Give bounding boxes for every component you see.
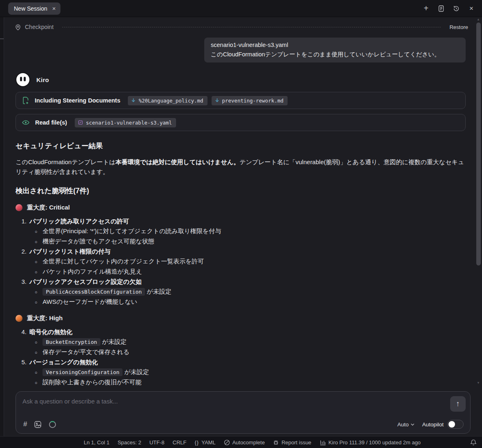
composer[interactable]: Ask a question or describe a task... ↑ # <box>16 391 471 434</box>
list-subitem: ○ BucketEncryption が未設定 <box>16 337 466 347</box>
tool-label: Read file(s) <box>35 119 67 126</box>
checkpoint-divider <box>62 27 441 27</box>
slash-circle-icon <box>224 439 230 446</box>
list-subitem: ○ AWSのセーフガードが機能しない <box>16 297 466 307</box>
status-bar: Ln 1, Col 1 Spaces: 2 UTF-8 CRLF {} YAML… <box>0 436 482 448</box>
task-list-icon[interactable] <box>437 4 445 13</box>
tool-label: Including Steering Documents <box>35 97 120 104</box>
arrow-up-icon: ↑ <box>456 399 460 408</box>
usage-ring-icon[interactable] <box>49 421 56 428</box>
adjacent-panel-edge <box>0 17 4 436</box>
file-chips: %20Language_policy.md preventing-rework.… <box>128 96 288 105</box>
list-subitem: ○ 全世界(Principal: '*')に対してオブジェクトの読み取り権限を付… <box>16 226 466 236</box>
list-subitem: ○ VersioningConfiguration が未設定 <box>16 367 466 377</box>
severity-high: 重大度: High <box>16 314 466 322</box>
bell-icon <box>470 439 477 446</box>
assistant-name: Kiro <box>36 76 49 83</box>
red-circle-icon <box>16 204 22 211</box>
autocomplete-status[interactable]: Autocomplete <box>224 439 265 446</box>
session-tab-bar: New Session × + × <box>0 0 482 17</box>
circle-bullet-icon: ○ <box>35 297 37 307</box>
tool-card-read-files: Read file(s) scenario1-vulnerable-s3.yam… <box>16 114 466 131</box>
markdown-file-icon <box>215 98 219 103</box>
eol-sequence[interactable]: CRLF <box>173 439 187 446</box>
vulnerability-list-critical: 1. パブリック読み取りアクセスの許可 ○ 全世界(Principal: '*'… <box>16 216 466 307</box>
list-subitem: ○ 誤削除や上書きからの復旧が不可能 <box>16 377 466 386</box>
chevron-down-icon <box>411 423 415 426</box>
restore-button[interactable]: Restore <box>449 24 468 30</box>
bug-icon <box>273 439 279 446</box>
file-chip-md[interactable]: preventing-rework.md <box>212 96 288 105</box>
tab-close-icon[interactable]: × <box>52 5 56 11</box>
list-item: 2. パブリックリスト権限の付与 <box>16 247 466 256</box>
encoding[interactable]: UTF-8 <box>150 439 165 446</box>
inline-code: PublicAccessBlockConfiguration <box>42 288 145 296</box>
answer-title: セキュリティレビュー結果 <box>16 141 466 151</box>
mode-selector[interactable]: Auto <box>397 421 415 428</box>
answer-subtitle: 検出された脆弱性(7件) <box>16 186 466 196</box>
list-subitem: ○ 全世界に対してバケット内のオブジェクト一覧表示を許可 <box>16 256 466 267</box>
user-message-filename: scenario1-vulnerable-s3.yaml <box>211 40 459 50</box>
scrollbar-thumb[interactable] <box>476 22 481 265</box>
notifications[interactable] <box>470 439 477 446</box>
eye-icon <box>22 119 30 126</box>
language-mode[interactable]: {} YAML <box>195 439 216 446</box>
checkpoint-label: Checkpoint <box>25 24 54 30</box>
chat-column: Checkpoint Restore scenario1-vulnerable-… <box>4 17 482 436</box>
kiro-chat-panel: New Session × + × <box>0 0 482 448</box>
autopilot-label: Autopilot <box>422 421 444 428</box>
circle-bullet-icon: ○ <box>35 337 37 347</box>
tab-bar-actions: + × <box>422 4 475 13</box>
close-panel-icon[interactable]: × <box>467 4 475 13</box>
circle-bullet-icon: ○ <box>35 368 37 377</box>
autopilot-control: Autopilot <box>422 420 464 429</box>
severity-label: 重大度: Critical <box>27 204 70 212</box>
list-subitem: ○ 機密データが誰でもアクセス可能な状態 <box>16 236 466 247</box>
kiro-usage[interactable]: Kiro Pro 111.39 / 1000 updated 2m ago <box>319 439 421 446</box>
tool-card-steering: Including Steering Documents %20Language… <box>16 92 466 109</box>
yaml-file-icon <box>78 120 83 125</box>
tab-new-session[interactable]: New Session × <box>8 2 60 15</box>
tab-label: New Session <box>14 5 47 12</box>
user-message-text: このCloudFormationテンプレートをこのまま使用していいかレビューして… <box>211 50 459 59</box>
avatar-eye <box>24 77 26 81</box>
attach-image-icon[interactable] <box>34 421 42 428</box>
pin-icon <box>15 24 21 31</box>
indentation[interactable]: Spaces: 2 <box>118 439 141 446</box>
file-chip-md[interactable]: %20Language_policy.md <box>128 96 207 105</box>
checkpoint-row: Checkpoint Restore <box>4 17 482 33</box>
scroll-down-icon[interactable]: ▼ <box>477 381 480 385</box>
braces-icon: {} <box>195 439 199 446</box>
user-message: scenario1-vulnerable-s3.yaml このCloudForm… <box>204 38 466 62</box>
composer-input[interactable]: Ask a question or describe a task... <box>22 398 464 405</box>
context-hash-icon[interactable]: # <box>23 420 27 428</box>
file-chips: scenario1-vulnerable-s3.yaml <box>75 118 176 127</box>
list-subitem: ○ バケット内のファイル構造が丸見え <box>16 267 466 277</box>
new-session-icon[interactable]: + <box>422 4 430 13</box>
scroll-up-icon[interactable]: ▲ <box>477 18 480 21</box>
send-button[interactable]: ↑ <box>450 396 466 412</box>
inline-code: VersioningConfiguration <box>42 368 123 376</box>
autopilot-toggle[interactable] <box>447 420 464 429</box>
composer-footer: # <box>23 420 464 429</box>
severity-label: 重大度: High <box>27 314 63 322</box>
cursor-position[interactable]: Ln 1, Col 1 <box>84 439 109 446</box>
list-item: 1. パブリック読み取りアクセスの許可 <box>16 216 466 226</box>
history-icon[interactable] <box>452 4 460 13</box>
assistant-header: Kiro <box>16 72 466 87</box>
markdown-file-icon <box>131 98 136 103</box>
list-item: 5. バージョニングの無効化 <box>16 357 466 367</box>
file-chip-yaml[interactable]: scenario1-vulnerable-s3.yaml <box>75 118 176 127</box>
circle-bullet-icon: ○ <box>35 257 37 267</box>
inline-code: BucketEncryption <box>42 338 100 346</box>
orange-circle-icon <box>16 315 22 322</box>
report-issue[interactable]: Report issue <box>273 439 311 446</box>
list-item: 4. 暗号化の無効化 <box>16 327 466 337</box>
circle-bullet-icon: ○ <box>35 348 37 357</box>
conversation: scenario1-vulnerable-s3.yaml このCloudForm… <box>4 33 482 386</box>
bar-chart-icon <box>319 439 326 446</box>
circle-bullet-icon: ○ <box>35 237 37 247</box>
list-subitem: ○ 保存データが平文で保存される <box>16 347 466 357</box>
main-area: Checkpoint Restore scenario1-vulnerable-… <box>0 17 482 436</box>
composer-icons: # <box>23 420 56 428</box>
